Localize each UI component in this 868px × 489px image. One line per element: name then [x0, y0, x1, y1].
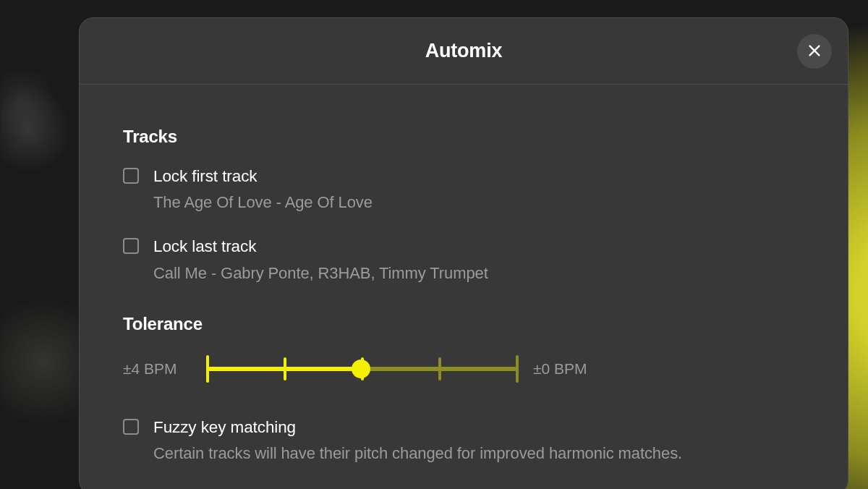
- option-lock-last-track[interactable]: Lock last track Call Me - Gabry Ponte, R…: [123, 236, 804, 284]
- option-label: Lock first track: [153, 166, 804, 187]
- option-lock-first-track[interactable]: Lock first track The Age Of Love - Age O…: [123, 166, 804, 214]
- section-title-tracks: Tracks: [123, 127, 804, 147]
- option-label: Lock last track: [153, 236, 804, 258]
- option-label: Fuzzy key matching: [153, 417, 804, 438]
- close-icon: [807, 43, 822, 61]
- modal-body: Tracks Lock first track The Age Of Love …: [80, 85, 848, 465]
- checkbox-lock-last-track[interactable]: [123, 238, 139, 254]
- option-text: Fuzzy key matching Certain tracks will h…: [153, 417, 804, 465]
- option-subtext: The Age Of Love - Age Of Love: [153, 190, 804, 214]
- background-smudge: [0, 0, 80, 489]
- option-fuzzy-key-matching[interactable]: Fuzzy key matching Certain tracks will h…: [123, 417, 804, 465]
- slider-tick: [206, 355, 209, 383]
- slider-tick: [438, 357, 441, 380]
- option-text: Lock last track Call Me - Gabry Ponte, R…: [153, 236, 804, 284]
- slider-min-label: ±4 BPM: [123, 360, 206, 378]
- automix-modal: Automix Tracks Lock first track The Age …: [79, 17, 848, 489]
- slider-tick: [516, 355, 519, 383]
- slider-max-label: ±0 BPM: [533, 360, 587, 378]
- checkbox-fuzzy-key-matching[interactable]: [123, 419, 139, 435]
- option-subtext: Call Me - Gabry Ponte, R3HAB, Timmy Trum…: [153, 261, 804, 285]
- close-button[interactable]: [797, 34, 832, 69]
- modal-header: Automix: [80, 18, 848, 85]
- slider-thumb[interactable]: [352, 360, 370, 378]
- checkbox-lock-first-track[interactable]: [123, 168, 139, 184]
- slider-tick: [284, 357, 286, 380]
- section-title-tolerance: Tolerance: [123, 314, 804, 334]
- modal-title: Automix: [425, 40, 503, 62]
- option-text: Lock first track The Age Of Love - Age O…: [153, 166, 804, 214]
- bpm-tolerance-row: ±4 BPM ±0 BPM: [123, 353, 804, 385]
- option-subtext: Certain tracks will have their pitch cha…: [153, 441, 804, 465]
- bpm-tolerance-slider[interactable]: [206, 354, 516, 383]
